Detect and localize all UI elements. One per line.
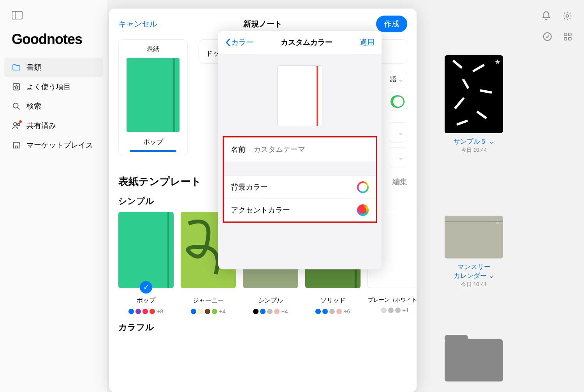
template-name: ソリッド xyxy=(320,297,345,305)
template-pop[interactable]: ✓ ポップ +8 xyxy=(118,212,174,315)
chevron-down-icon[interactable]: ⌄ xyxy=(489,138,494,145)
chevron-down-icon[interactable]: ⌄ xyxy=(489,272,494,279)
sidebar-item-label: マーケットプレイス xyxy=(26,140,93,150)
cover-tab-card[interactable]: 表紙 ポップ xyxy=(118,39,188,156)
swatch-more: +4 xyxy=(219,308,225,315)
color-picker-icon[interactable] xyxy=(357,181,369,193)
template-swatches: +4 xyxy=(253,308,288,315)
back-label: カラー xyxy=(231,37,253,47)
svg-rect-8 xyxy=(564,37,567,40)
chevron-down-icon: ⌄ xyxy=(398,128,404,137)
accent-color-label: アクセントカラー xyxy=(231,205,290,215)
sidebar-item-favorites[interactable]: よく使う項目 xyxy=(0,77,107,97)
svg-point-4 xyxy=(566,15,569,18)
template-cover: ✓ xyxy=(118,212,174,288)
folder-icon xyxy=(12,63,21,72)
back-button[interactable]: カラー xyxy=(225,37,253,47)
svg-point-1 xyxy=(13,103,18,108)
template-name: シンプル xyxy=(258,297,283,305)
grid-item-monthly[interactable]: ★ マンスリー カレンダー ⌄ 今日 10:41 xyxy=(445,216,503,288)
setting-row-3[interactable]: ⌄ xyxy=(388,122,407,142)
chevron-down-icon: ⌄ xyxy=(398,75,404,84)
sidebar-item-search[interactable]: 検索 xyxy=(0,97,107,116)
sidebar-item-label: 共有済み xyxy=(26,121,56,131)
edit-button[interactable]: 編集 xyxy=(392,177,407,187)
background-color-row[interactable]: 背景カラー xyxy=(224,176,376,199)
setting-row-4[interactable]: ⌄ xyxy=(388,147,407,167)
popover-preview xyxy=(218,54,382,136)
template-swatches: +6 xyxy=(315,308,350,315)
svg-rect-7 xyxy=(568,33,571,36)
chevron-down-icon: ⌄ xyxy=(398,153,404,162)
popover-title: カスタムカラー xyxy=(281,37,332,47)
popover-header: カラー カスタムカラー 適用 xyxy=(218,31,382,54)
notebook-cover: ★ xyxy=(445,55,503,133)
app-title: Goodnotes xyxy=(12,31,107,47)
apply-button[interactable]: 適用 xyxy=(360,37,375,47)
sidebar: Goodnotes 書類 よく使う項目 検索 共有済み マーケットプレイス xyxy=(0,0,107,392)
store-icon xyxy=(12,141,21,150)
notebook-cover: ★ xyxy=(445,216,503,258)
color-picker-icon[interactable] xyxy=(357,204,369,216)
item-timestamp: 今日 10:41 xyxy=(445,281,503,288)
modal-title: 新規ノート xyxy=(243,19,282,29)
star-icon[interactable]: ★ xyxy=(494,218,501,227)
preview-cover xyxy=(277,65,322,126)
sidebar-item-marketplace[interactable]: マーケットプレイス xyxy=(0,135,107,155)
name-input[interactable] xyxy=(253,145,369,154)
template-swatches: +4 xyxy=(191,308,225,315)
bg-color-label: 背景カラー xyxy=(231,182,268,192)
item-title: サンプル５ xyxy=(454,138,487,145)
swatch-more: +6 xyxy=(343,308,350,315)
cover-preview xyxy=(127,58,179,132)
sidebar-toggle-icon[interactable] xyxy=(12,11,23,19)
create-button[interactable]: 作成 xyxy=(376,16,407,32)
template-swatches: +8 xyxy=(128,308,163,315)
topbar-view-icons xyxy=(543,32,572,43)
sidebar-item-label: 検索 xyxy=(26,101,41,111)
section-title: 表紙テンプレート xyxy=(118,175,201,188)
topbar-icons xyxy=(541,11,572,23)
cover-tab-label-bottom: ポップ xyxy=(143,137,163,146)
item-title: マンスリー カレンダー xyxy=(454,263,490,279)
star-icon xyxy=(12,82,21,91)
name-row: 名前 xyxy=(224,137,376,162)
custom-color-popover: カラー カスタムカラー 適用 名前 背景カラー アクセントカラー xyxy=(218,31,382,269)
setting-row-toggle[interactable] xyxy=(388,93,407,111)
accent-color-row[interactable]: アクセントカラー xyxy=(224,199,376,221)
grid-item-sample5[interactable]: ★ サンプル５ ⌄ 今日 10:44 xyxy=(445,55,503,154)
bell-icon[interactable] xyxy=(541,11,551,23)
selected-check-icon: ✓ xyxy=(140,281,152,294)
subsection-colorful: カラフル xyxy=(109,315,417,338)
cancel-button[interactable]: キャンセル xyxy=(118,19,157,29)
setting-row-language[interactable]: 語 ⌄ xyxy=(388,71,407,88)
cover-tab-label-top: 表紙 xyxy=(147,45,159,53)
toggle-switch[interactable] xyxy=(391,95,405,108)
search-icon xyxy=(12,102,21,111)
template-swatches: +1 xyxy=(381,307,409,313)
setting-language-suffix: 語 xyxy=(390,76,396,84)
swatch-more: +1 xyxy=(402,307,409,313)
template-name: ジャーニー xyxy=(193,297,224,305)
svg-point-5 xyxy=(544,33,551,40)
star-icon[interactable]: ★ xyxy=(494,58,501,66)
sidebar-item-shared[interactable]: 共有済み xyxy=(0,116,107,135)
people-icon xyxy=(12,121,21,130)
sidebar-item-label: 書類 xyxy=(26,62,41,72)
template-name: ポップ xyxy=(137,297,155,305)
swatch-more: +8 xyxy=(157,308,163,315)
grid-item-folder[interactable] xyxy=(445,339,503,381)
svg-rect-6 xyxy=(564,33,567,36)
svg-point-3 xyxy=(18,123,20,126)
item-timestamp: 今日 10:44 xyxy=(445,147,503,154)
active-tab-indicator xyxy=(130,150,176,152)
sidebar-item-documents[interactable]: 書類 xyxy=(4,58,103,77)
template-name: プレーン（ホワイト） xyxy=(368,297,417,304)
sidebar-item-label: よく使う項目 xyxy=(26,82,71,92)
gear-icon[interactable] xyxy=(562,11,572,23)
check-circle-icon[interactable] xyxy=(543,32,552,43)
grid-icon[interactable] xyxy=(563,32,572,43)
name-label: 名前 xyxy=(231,144,246,155)
chevron-left-icon xyxy=(225,39,230,46)
highlight-annotation: 名前 背景カラー アクセントカラー xyxy=(223,136,377,223)
